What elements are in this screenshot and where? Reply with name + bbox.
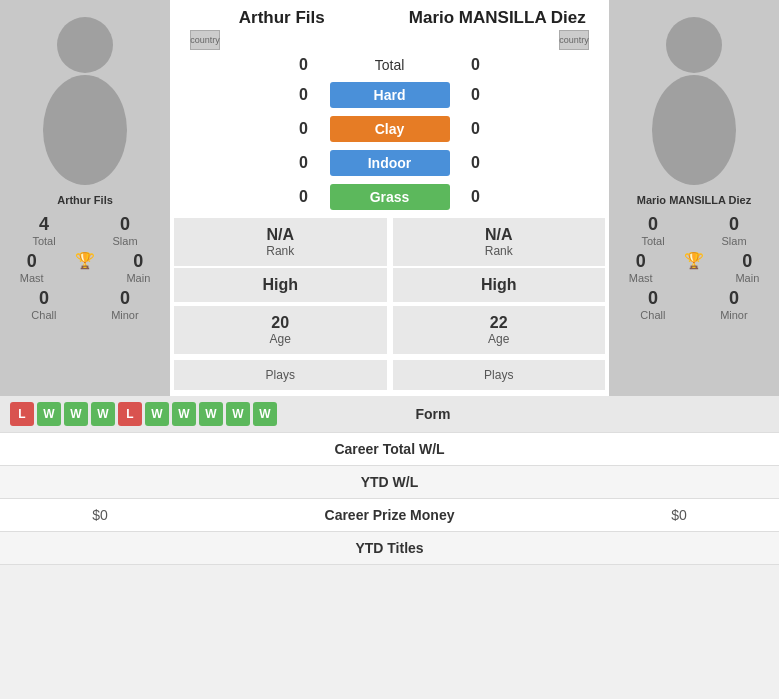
form-badge-w: W xyxy=(145,402,169,426)
right-photo-area: Mario MANSILLA Diez 0 Total 0 Slam 0 Mas… xyxy=(609,0,779,396)
left-prize: $0 xyxy=(10,507,190,523)
left-stats-row1: 4 Total 0 Slam xyxy=(0,214,170,247)
form-badge-l: L xyxy=(118,402,142,426)
rank-high-age-row: N/A Rank High 20 Age Plays xyxy=(170,214,609,396)
indoor-score-left: 0 xyxy=(284,154,324,172)
clay-score-right: 0 xyxy=(456,120,496,138)
right-plays-panel: Plays xyxy=(393,360,606,390)
form-badge-w: W xyxy=(91,402,115,426)
grass-label: Grass xyxy=(330,184,450,210)
indoor-label: Indoor xyxy=(330,150,450,176)
career-prize-row: $0 Career Prize Money $0 xyxy=(0,499,779,532)
svg-point-3 xyxy=(652,75,736,185)
right-mast-stat: 0 Mast xyxy=(629,251,653,284)
main-container: Arthur Fils 4 Total 0 Slam 0 Mast 🏆 xyxy=(0,0,779,565)
ytd-wl-label: YTD W/L xyxy=(190,474,589,490)
left-mast-stat: 0 Mast xyxy=(20,251,44,284)
comparison-top: Arthur Fils 4 Total 0 Slam 0 Mast 🏆 xyxy=(0,0,779,396)
left-age-panel: 20 Age xyxy=(174,306,387,354)
left-player-name-header: Arthur Fils xyxy=(174,8,390,28)
ytd-titles-label: YTD Titles xyxy=(190,540,589,556)
right-player-name-under-photo: Mario MANSILLA Diez xyxy=(635,190,754,214)
left-high-panel: High xyxy=(174,268,387,302)
right-country: country xyxy=(559,30,589,50)
right-prize: $0 xyxy=(589,507,769,523)
center-content: Arthur Fils Mario MANSILLA Diez country … xyxy=(170,0,609,396)
total-score-row: 0 Total 0 xyxy=(170,52,609,78)
clay-court-row: 0 Clay 0 xyxy=(170,112,609,146)
left-photo-area: Arthur Fils 4 Total 0 Slam 0 Mast 🏆 xyxy=(0,0,170,396)
right-trophy-icon: 🏆 xyxy=(684,251,704,270)
grass-court-row: 0 Grass 0 xyxy=(170,180,609,214)
right-main-stat: 0 Main xyxy=(735,251,759,284)
form-badge-w: W xyxy=(37,402,61,426)
form-badge-w: W xyxy=(172,402,196,426)
player-names-row: Arthur Fils Mario MANSILLA Diez xyxy=(170,0,609,28)
total-score-left: 0 xyxy=(284,56,324,74)
form-badges: LWWWLWWWWW xyxy=(10,402,277,426)
right-high-panel: High xyxy=(393,268,606,302)
left-flag: country xyxy=(190,30,220,50)
left-plays-panel: Plays xyxy=(174,360,387,390)
form-badge-w: W xyxy=(199,402,223,426)
right-name-text: Mario MANSILLA Diez xyxy=(409,8,586,27)
indoor-score-right: 0 xyxy=(456,154,496,172)
hard-score-left: 0 xyxy=(284,86,324,104)
hard-score-right: 0 xyxy=(456,86,496,104)
left-stats-row2: 0 Mast 🏆 0 Main xyxy=(0,247,170,284)
left-slam-stat: 0 Slam xyxy=(113,214,138,247)
form-badge-w: W xyxy=(64,402,88,426)
left-country: country xyxy=(190,30,220,50)
right-stats-row3: 0 Chall 0 Minor xyxy=(609,284,779,329)
hard-label: Hard xyxy=(330,82,450,108)
career-wl-label: Career Total W/L xyxy=(190,441,589,457)
grass-score-left: 0 xyxy=(284,188,324,206)
form-label: Form xyxy=(277,406,589,422)
clay-score-left: 0 xyxy=(284,120,324,138)
right-slam-stat: 0 Slam xyxy=(722,214,747,247)
right-player-silhouette xyxy=(624,10,764,190)
right-age-panel: 22 Age xyxy=(393,306,606,354)
left-stats-row3: 0 Chall 0 Minor xyxy=(0,284,170,329)
form-badge-l: L xyxy=(10,402,34,426)
left-chall-stat: 0 Chall xyxy=(31,288,56,321)
right-trophy: 🏆 xyxy=(684,251,704,284)
svg-point-1 xyxy=(43,75,127,185)
hard-court-row: 0 Hard 0 xyxy=(170,78,609,112)
total-label: Total xyxy=(330,57,450,73)
right-chall-stat: 0 Chall xyxy=(640,288,665,321)
left-trophy: 🏆 xyxy=(75,251,95,284)
career-prize-label: Career Prize Money xyxy=(190,507,589,523)
country-row: country country xyxy=(170,28,609,52)
right-stats-row2: 0 Mast 🏆 0 Main xyxy=(609,247,779,284)
left-player-name-under-photo: Arthur Fils xyxy=(55,190,115,214)
left-player-silhouette xyxy=(15,10,155,190)
ytd-titles-row: YTD Titles xyxy=(0,532,779,565)
right-flag: country xyxy=(559,30,589,50)
svg-point-0 xyxy=(57,17,113,73)
right-info-panels: N/A Rank High 22 Age Plays xyxy=(391,218,608,392)
career-wl-row: Career Total W/L xyxy=(0,433,779,466)
left-minor-stat: 0 Minor xyxy=(111,288,139,321)
indoor-court-row: 0 Indoor 0 xyxy=(170,146,609,180)
left-trophy-icon: 🏆 xyxy=(75,251,95,270)
right-player-name-header: Mario MANSILLA Diez xyxy=(390,8,606,28)
form-badge-w: W xyxy=(253,402,277,426)
right-minor-stat: 0 Minor xyxy=(720,288,748,321)
ytd-wl-row: YTD W/L xyxy=(0,466,779,499)
left-info-panels: N/A Rank High 20 Age Plays xyxy=(172,218,389,392)
left-name-text: Arthur Fils xyxy=(239,8,325,27)
svg-point-2 xyxy=(666,17,722,73)
form-row: LWWWLWWWWW Form xyxy=(0,396,779,433)
total-score-right: 0 xyxy=(456,56,496,74)
grass-score-right: 0 xyxy=(456,188,496,206)
right-total-stat: 0 Total xyxy=(641,214,664,247)
right-stats-row1: 0 Total 0 Slam xyxy=(609,214,779,247)
left-total-stat: 4 Total xyxy=(32,214,55,247)
form-badge-w: W xyxy=(226,402,250,426)
right-rank-panel: N/A Rank xyxy=(393,218,606,266)
left-main-stat: 0 Main xyxy=(126,251,150,284)
left-rank-panel: N/A Rank xyxy=(174,218,387,266)
clay-label: Clay xyxy=(330,116,450,142)
